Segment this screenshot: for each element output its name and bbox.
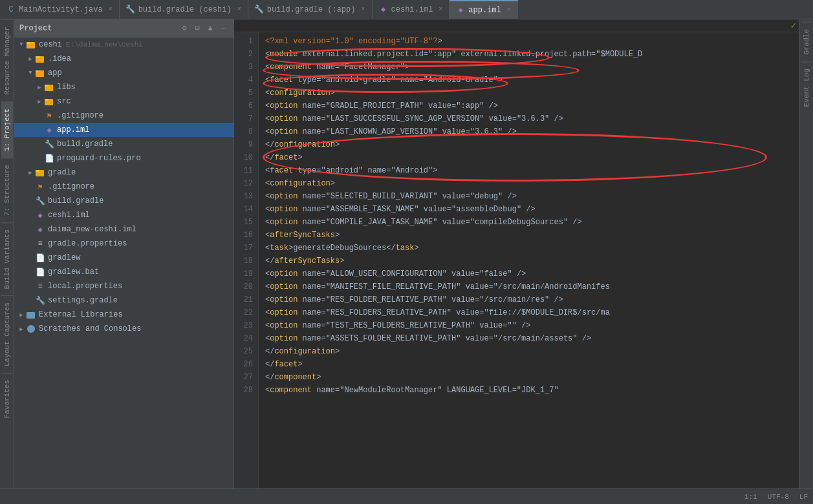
code-line-15: <option name="COMPILE_JAVA_TASK_NAME" va… [265,216,799,229]
tree-icon-libs [44,82,54,92]
tree-icon-gitignore-root: ⚑ [35,182,45,192]
code-editor[interactable]: <?xml version="1.0" encoding="UTF-8"?> <… [259,32,799,488]
tab-event-log-right[interactable]: Event Log [801,61,812,113]
tree-arrow-gradlew [26,253,35,262]
tab-close-main-activity[interactable]: × [109,6,113,13]
tree-label-external-libs: External Libraries [39,310,123,319]
code-line-24: <option name="ASSETS_FOLDER_RELATIVE_PAT… [265,332,799,345]
tree-item-gitignore-app[interactable]: ⚑.gitignore [14,109,233,123]
tab-close-ceshi-iml[interactable]: × [439,6,442,13]
tree-arrow-ceshi-iml [26,211,35,220]
tree-item-app-iml[interactable]: ◆app.iml [14,123,233,137]
tab-build-gradle-ceshi[interactable]: 🔧 build.gradle (ceshi) × [120,0,248,19]
tree-item-daima-iml[interactable]: ◆daima_new-ceshi.iml [14,222,233,236]
line-number-20: 20 [234,280,253,293]
tree-icon-gradlew-bat: 📄 [35,267,45,277]
tree-label-scratches: Scratches and Consoles [39,324,141,333]
line-number-6: 6 [234,100,253,112]
tree-item-settings-gradle[interactable]: 🔧settings.gradle [14,293,233,308]
tree-item-local-props[interactable]: ≡local.properties [14,279,233,293]
tab-close-build-gradle-app[interactable]: × [362,6,365,13]
line-number-11: 11 [234,164,253,177]
checkmark-icon: ✓ [791,20,796,31]
tab-ceshi-iml[interactable]: ◆ ceshi.iml × [373,0,450,19]
tree-label-daima-iml: daima_new-ceshi.iml [48,225,136,234]
tree-label-gitignore-app: .gitignore [57,111,103,120]
tree-item-ceshi-root[interactable]: ▼ceshiE:\daima_new\ceshi [14,37,233,52]
tree-arrow-gitignore-app [35,111,44,120]
tab-resource-manager[interactable]: Resource Manager [1,19,13,101]
code-container: 1234567891011121314151617181920212223242… [234,32,799,488]
tab-close-app-iml[interactable]: × [507,6,511,14]
tab-close-build-gradle-ceshi[interactable]: × [237,6,241,13]
tree-icon-gradle-props: ≡ [35,238,45,249]
tree-item-build-gradle-app[interactable]: 🔧build.gradle [14,137,233,151]
tree-icon-build-gradle-app: 🔧 [44,139,54,149]
tab-layout-captures[interactable]: Layout Captures [1,295,13,373]
status-encoding: UTF-8 [768,493,789,501]
code-line-9: </configuration> [265,138,799,151]
tree-label-ceshi-iml: ceshi.iml [48,211,90,220]
line-number-7: 7 [234,112,253,125]
panel-close-btn[interactable]: — [218,23,228,34]
status-position: 1:1 [744,493,757,501]
panel-settings-btn[interactable]: ⚙ [179,23,190,34]
tree-item-gradlew-bat[interactable]: 📄gradlew.bat [14,265,233,279]
tree-arrow-libs: ▶ [35,83,44,92]
gradle-file-icon: 🔧 [126,5,135,14]
tree-item-build-gradle-root[interactable]: 🔧build.gradle [14,194,233,208]
panel-layout-btn[interactable]: ⊟ [192,23,202,34]
tree-item-external-libs[interactable]: ▶External Libraries [14,308,233,322]
tree-item-src[interactable]: ▶src [14,94,233,109]
tree-item-gradlew[interactable]: 📄gradlew [14,251,233,265]
code-line-6: <option name="GRADLE_PROJECT_PATH" value… [265,100,799,112]
panel-toolbar: ⚙ ⊟ ▲ — [179,23,228,34]
code-line-28: <component name="NewModuleRootManager" L… [265,384,799,397]
tab-build-gradle-app[interactable]: 🔧 build.gradle (:app) × [248,0,373,19]
tab-app-iml[interactable]: ◆ app.iml × [450,0,517,19]
tree-item-gradle-folder[interactable]: ▶gradle [14,165,233,180]
line-number-3: 3 [234,61,253,74]
gradle-file-icon2: 🔧 [255,5,264,14]
editor-area: ✓ 12345678910111213141516171819202122232… [234,19,799,488]
tree-arrow-local-props [26,282,35,291]
line-number-16: 16 [234,229,253,242]
iml-file-icon2: ◆ [456,6,465,15]
tree-icon-gradle-folder [35,167,45,178]
svg-rect-9 [45,99,49,101]
tree-item-ceshi-iml[interactable]: ◆ceshi.iml [14,208,233,222]
line-number-28: 28 [234,384,253,397]
left-vertical-tabs: Resource Manager 1: Project 7: Structure… [0,19,14,488]
tab-gradle-right[interactable]: Gradle [801,22,812,61]
tab-main-activity[interactable]: C MainActivityt.java × [0,0,120,19]
tab-structure[interactable]: 7: Structure [1,158,13,222]
tree-icon-app-iml: ◆ [44,125,54,135]
tree-item-idea[interactable]: ▶.idea [14,52,233,66]
code-line-3: <component name="FacetManager"> [265,61,799,74]
line-number-26: 26 [234,358,253,371]
tree-arrow-app: ▼ [26,68,35,78]
tab-project[interactable]: 1: Project [1,101,13,158]
line-number-13: 13 [234,190,253,203]
code-line-21: <option name="RES_FOLDER_RELATIVE_PATH" … [265,293,799,306]
svg-rect-7 [45,85,49,87]
tree-item-gradle-props[interactable]: ≡gradle.properties [14,236,233,251]
tab-build-variants[interactable]: Build Variants [1,222,13,295]
tree-path-ceshi-root: E:\daima_new\ceshi [66,41,143,48]
tree-item-app[interactable]: ▼app [14,66,233,80]
right-side-tabs: Gradle Event Log [799,19,813,488]
tree-item-libs[interactable]: ▶libs [14,80,233,94]
line-number-15: 15 [234,216,253,229]
tree-item-proguard[interactable]: 📄proguard-rules.pro [14,151,233,165]
tree-label-proguard: proguard-rules.pro [57,154,141,163]
line-number-4: 4 [234,74,253,87]
file-tree[interactable]: ▼ceshiE:\daima_new\ceshi▶.idea▼app▶libs▶… [14,37,233,488]
code-line-8: <option name="LAST_KNOWN_AGP_VERSION" va… [265,125,799,138]
code-line-27: </component> [265,371,799,384]
tree-arrow-idea: ▶ [26,54,35,63]
tree-item-gitignore-root[interactable]: ⚑.gitignore [14,180,233,194]
tree-arrow-gradle-props [26,239,35,248]
tree-item-scratches[interactable]: ▶Scratches and Consoles [14,322,233,336]
panel-expand-btn[interactable]: ▲ [205,23,215,34]
tab-favorites[interactable]: Favorites [1,373,13,425]
